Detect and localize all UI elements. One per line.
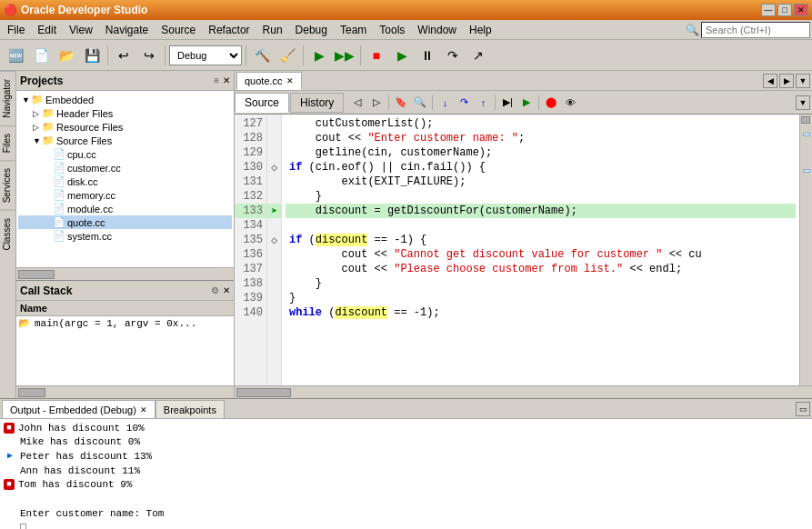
scroll-tabs-right-button[interactable]: ▶ (779, 74, 794, 88)
output-maximize-button[interactable]: ▭ (796, 402, 810, 416)
stop-button[interactable]: ■ (365, 44, 388, 67)
callstack-row[interactable]: 📂 main(argc = 1, argv = 0x... (16, 316, 234, 330)
callstack-title: Call Stack (20, 284, 211, 297)
build-button[interactable]: 🔨 (250, 44, 274, 67)
src-step-out-btn[interactable]: ↑ (474, 94, 492, 112)
projects-hscroll[interactable] (16, 267, 234, 280)
src-find-button[interactable]: 🔍 (411, 94, 429, 112)
callstack-hscroll[interactable] (16, 385, 234, 398)
editor-tab-quote[interactable]: quote.cc ✕ (236, 72, 302, 90)
output-tab-close-button[interactable]: ✕ (140, 405, 147, 414)
tree-item-module[interactable]: 📄 module.cc (18, 202, 232, 215)
output-text: Mike has discount 0% (20, 436, 140, 447)
tree-item-embedded[interactable]: ▼ 📁 Embedded (18, 93, 232, 106)
open-button[interactable]: 📂 (55, 44, 78, 67)
tab-close-button[interactable]: ✕ (286, 76, 294, 85)
marker-column: ◇ ➤ ◇ (267, 115, 282, 385)
callstack-body[interactable]: 📂 main(argc = 1, argv = 0x... (16, 316, 234, 385)
src-breakpoint-btn[interactable]: ⬤ (542, 94, 560, 112)
ln-128: 128 (235, 131, 266, 145)
menu-debug[interactable]: Debug (290, 22, 333, 38)
output-line-4: Ann has discount 11% (4, 464, 808, 478)
minimize-button[interactable]: — (761, 4, 776, 16)
scroll-tabs-left-button[interactable]: ◀ (763, 74, 777, 88)
tabs-menu-button[interactable]: ▼ (796, 74, 810, 88)
tree-item-cpu[interactable]: 📄 cpu.cc (18, 147, 232, 161)
history-tab[interactable]: History (290, 93, 344, 113)
menu-tools[interactable]: Tools (374, 22, 410, 38)
code-line-129: getline(cin, customerName); (286, 145, 796, 160)
tree-item-resource-files[interactable]: ▷ 📁 Resource Files (18, 120, 232, 134)
maximize-button[interactable]: □ (777, 4, 792, 16)
menu-refactor[interactable]: Refactor (203, 22, 255, 38)
src-run-to-cursor-btn[interactable]: ▶| (498, 94, 516, 112)
clean-button[interactable]: 🧹 (276, 44, 299, 67)
code-line-137: cout << "Please choose customer from lis… (286, 262, 796, 276)
menu-view[interactable]: View (64, 22, 98, 38)
output-tab-debug[interactable]: Output - Embedded (Debug) ✕ (2, 400, 155, 418)
menu-run[interactable]: Run (257, 22, 288, 38)
close-button[interactable]: ✕ (794, 4, 808, 16)
source-tab[interactable]: Source (235, 93, 289, 113)
src-step-into-button[interactable]: ↓ (436, 94, 454, 112)
tree-label: memory.cc (67, 190, 115, 201)
menu-edit[interactable]: Edit (32, 22, 62, 38)
callstack-col-header: Name (16, 301, 234, 316)
projects-title: Projects (20, 75, 214, 87)
services-tab[interactable]: Services (0, 160, 15, 210)
code-content[interactable]: cutCustomerList(); cout << "Enter custom… (282, 115, 799, 385)
menu-navigate[interactable]: Navigate (100, 22, 154, 38)
editor-area-menu-btn[interactable]: ▼ (796, 95, 810, 110)
config-dropdown[interactable]: Debug Release (169, 45, 242, 65)
tree-label: Header Files (56, 108, 113, 119)
tree-item-disk[interactable]: 📄 disk.cc (18, 175, 232, 188)
projects-menu-icon[interactable]: ≡ (214, 75, 219, 85)
run-button[interactable]: ▶ (307, 44, 331, 67)
breakpoints-tab-label: Breakpoints (164, 404, 216, 415)
src-step-over-btn[interactable]: ↷ (455, 94, 473, 112)
files-tab[interactable]: Files (0, 125, 15, 160)
projects-close-button[interactable]: ✕ (223, 75, 230, 85)
menu-file[interactable]: File (2, 22, 30, 38)
menu-help[interactable]: Help (464, 22, 497, 38)
tree-item-source-files[interactable]: ▼ 📁 Source Files (18, 134, 232, 147)
output-text: Enter customer name: Tom (20, 508, 164, 519)
tree-item-system[interactable]: 📄 system.cc (18, 229, 232, 243)
src-watch-btn[interactable]: 👁 (561, 94, 579, 112)
src-back-button[interactable]: ◁ (348, 94, 366, 112)
breakpoints-tab[interactable]: Breakpoints (155, 400, 225, 418)
redo-button[interactable]: ↪ (137, 44, 161, 67)
code-hscroll[interactable] (235, 385, 812, 398)
tree-item-header-files[interactable]: ▷ 📁 Header Files (18, 106, 232, 120)
tree-item-quote[interactable]: 📄 quote.cc (18, 215, 232, 229)
code-vscroll[interactable] (799, 115, 812, 385)
save-button[interactable]: 💾 (80, 44, 104, 67)
menu-team[interactable]: Team (335, 22, 372, 38)
search-input[interactable] (701, 22, 810, 38)
menu-source[interactable]: Source (155, 22, 201, 38)
pause-button[interactable]: ⏸ (416, 44, 439, 67)
code-line-131: exit(EXIT_FAILURE); (286, 175, 796, 189)
callstack-settings-icon[interactable]: ⚙ (211, 285, 219, 295)
output-error-icon-2: ■ (4, 479, 15, 490)
finish-button[interactable]: ↗ (466, 44, 490, 67)
undo-button[interactable]: ↩ (112, 44, 135, 67)
debug-run-button[interactable]: ▶▶ (333, 44, 356, 67)
tree-item-customer[interactable]: 📄 customer.cc (18, 161, 232, 175)
toolbar-separator-1 (107, 45, 108, 65)
tree-item-memory[interactable]: 📄 memory.cc (18, 188, 232, 202)
ln-137: 137 (235, 262, 266, 276)
scroll-up-button[interactable] (801, 116, 810, 124)
step-over-button[interactable]: ↷ (441, 44, 465, 67)
src-fwd-button[interactable]: ▷ (367, 94, 386, 112)
classes-tab[interactable]: Classes (0, 210, 15, 258)
src-bookmark-button[interactable]: 🔖 (392, 94, 410, 112)
menu-window[interactable]: Window (412, 22, 462, 38)
new-project-button[interactable]: 🆕 (4, 44, 27, 67)
callstack-close-button[interactable]: ✕ (223, 285, 230, 295)
src-continue-btn[interactable]: ▶ (517, 94, 536, 112)
new-file-button[interactable]: 📄 (29, 44, 53, 67)
navigator-tab[interactable]: Navigator (0, 71, 15, 125)
continue-button[interactable]: ▶ (390, 44, 414, 67)
projects-tree[interactable]: ▼ 📁 Embedded ▷ 📁 Header Files ▷ 📁 Resour… (16, 91, 234, 267)
